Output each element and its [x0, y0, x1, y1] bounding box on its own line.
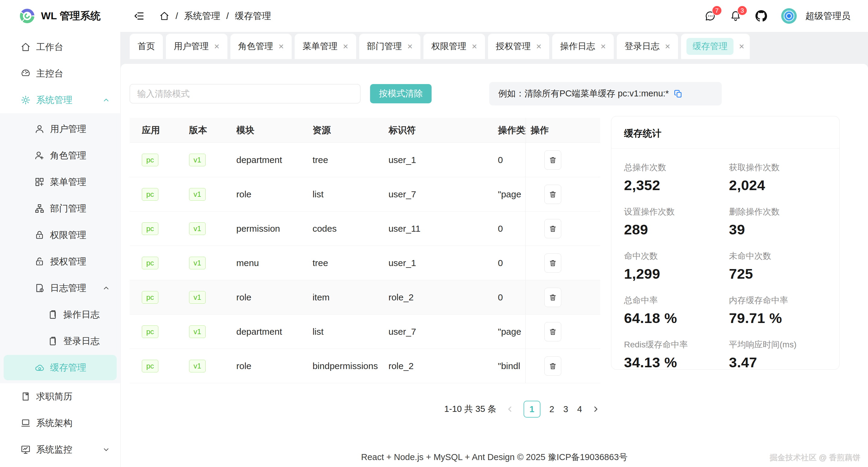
- appstore-icon: [34, 177, 44, 187]
- tab-close-icon[interactable]: ×: [536, 42, 542, 51]
- copy-icon[interactable]: [674, 89, 683, 98]
- clear-by-pattern-button[interactable]: 按模式清除: [370, 84, 432, 103]
- delete-button[interactable]: [545, 357, 561, 376]
- page-button[interactable]: 3: [563, 404, 568, 414]
- tab-menus[interactable]: 菜单管理 ×: [294, 34, 356, 59]
- sidebar-collapse-button[interactable]: [133, 10, 145, 22]
- tab-authorizations[interactable]: 授权管理 ×: [488, 34, 550, 59]
- cell-value: "page: [492, 189, 525, 199]
- tab-roles[interactable]: 角色管理 ×: [230, 34, 292, 59]
- cell-resource: list: [312, 327, 389, 337]
- trash-icon: [549, 328, 557, 336]
- tab-close-icon[interactable]: ×: [665, 42, 671, 51]
- tab-users[interactable]: 用户管理 ×: [166, 34, 227, 59]
- breadcrumb: / 系统管理 / 缓存管理: [159, 10, 271, 22]
- tab-login-logs[interactable]: 登录日志 ×: [617, 34, 678, 59]
- delete-button[interactable]: [545, 254, 561, 273]
- col-header-actions: 操作: [526, 118, 600, 142]
- system-management-submenu: 用户管理 角色管理 菜单管理 部门管理 权限管理: [0, 113, 120, 383]
- sidebar-item-architecture[interactable]: 系统架构: [0, 410, 120, 436]
- tab-permissions[interactable]: 权限管理 ×: [424, 34, 485, 59]
- sidebar-item-system-management[interactable]: 系统管理: [0, 87, 120, 113]
- notifications-button[interactable]: 3: [730, 10, 741, 22]
- cell-value: 0: [492, 258, 525, 268]
- tab-close-icon[interactable]: ×: [279, 42, 284, 51]
- app-tag: pc: [142, 222, 158, 235]
- sidebar-item-menu-management[interactable]: 菜单管理: [0, 169, 120, 195]
- github-button[interactable]: [755, 10, 767, 22]
- app-tag: pc: [142, 291, 158, 304]
- delete-button[interactable]: [545, 185, 561, 204]
- stat-redis-hit-rate: Redis缓存命中率 34.13 %: [624, 339, 722, 371]
- stat-memory-hit-rate: 内存缓存命中率 79.71 %: [729, 295, 827, 326]
- tab-close-icon[interactable]: ×: [407, 42, 413, 51]
- layout-body: 工作台 主控台 系统管理 用户管理 角色管理: [0, 32, 868, 467]
- app-logo-icon: [20, 9, 34, 23]
- page-button[interactable]: 2: [550, 404, 554, 414]
- tab-close-icon[interactable]: ×: [739, 42, 744, 51]
- sidebar-item-resume[interactable]: 求职简历: [0, 383, 120, 410]
- sidebar-item-log-management[interactable]: 日志管理: [0, 275, 120, 301]
- page-button[interactable]: 4: [577, 404, 582, 414]
- sidebar-item-login-log[interactable]: 登录日志: [0, 328, 120, 354]
- user-icon: [34, 124, 44, 134]
- pattern-example: 例如：清除所有PC端菜单缓存 pc:v1:menu:*: [489, 82, 722, 105]
- next-page-button[interactable]: [591, 405, 600, 414]
- breadcrumb-home-icon[interactable]: [159, 11, 169, 21]
- chevron-up-icon: [102, 96, 110, 104]
- page-button-current[interactable]: 1: [524, 401, 540, 418]
- username[interactable]: 超级管理员: [805, 10, 850, 22]
- cell-module: role: [236, 292, 312, 302]
- col-header-version: 版本: [189, 124, 237, 136]
- pagination: 1-10 共 35 条 1 2 3 4: [130, 401, 600, 418]
- tab-home[interactable]: 首页: [130, 34, 163, 59]
- app-root: WL 管理系统 / 系统管理 / 缓存管理 7: [0, 0, 868, 467]
- sidebar-item-permission-management[interactable]: 权限管理: [0, 222, 120, 248]
- tab-operation-logs[interactable]: 操作日志 ×: [552, 34, 614, 59]
- tab-close-icon[interactable]: ×: [472, 42, 477, 51]
- clipboard-icon: [48, 336, 58, 346]
- cell-value: "bindl: [492, 361, 525, 371]
- app-tag: pc: [142, 325, 158, 338]
- unlock-icon: [34, 257, 44, 267]
- delete-button[interactable]: [545, 322, 561, 341]
- cell-module: permission: [236, 224, 312, 234]
- sidebar-item-user-management[interactable]: 用户管理: [0, 116, 120, 142]
- sidebar-item-monitor[interactable]: 系统监控: [0, 436, 120, 463]
- pagination-total: 1-10 共 35 条: [444, 403, 496, 415]
- sidebar-item-authorization-management[interactable]: 授权管理: [0, 248, 120, 275]
- tab-close-icon[interactable]: ×: [214, 42, 220, 51]
- sidebar-item-console[interactable]: 主控台: [0, 60, 120, 87]
- stat-misses: 未命中次数 725: [729, 251, 827, 282]
- messages-button[interactable]: 7: [705, 10, 716, 22]
- cache-stats-title: 缓存统计: [611, 116, 839, 148]
- delete-button[interactable]: [545, 151, 561, 170]
- user-avatar[interactable]: [781, 8, 797, 24]
- sidebar-item-cache-management[interactable]: 缓存管理: [4, 355, 117, 380]
- sidebar-item-operation-log[interactable]: 操作日志: [0, 301, 120, 328]
- delete-button[interactable]: [545, 219, 561, 238]
- cell-module: menu: [236, 258, 312, 268]
- breadcrumb-separator: /: [176, 11, 178, 21]
- clipboard-icon: [48, 309, 58, 320]
- sidebar-item-workbench[interactable]: 工作台: [0, 34, 120, 60]
- app-tag: pc: [142, 360, 158, 372]
- file-warning-icon: [34, 283, 44, 293]
- sidebar-item-role-management[interactable]: 角色管理: [0, 142, 120, 169]
- tab-close-icon[interactable]: ×: [343, 42, 348, 51]
- sidebar-item-department-management[interactable]: 部门管理: [0, 195, 120, 222]
- cell-identifier: user_1: [389, 155, 492, 165]
- cell-identifier: role_2: [389, 361, 492, 371]
- prev-page-button[interactable]: [505, 405, 515, 414]
- chevron-up-icon: [102, 284, 110, 292]
- tab-departments[interactable]: 部门管理 ×: [359, 34, 421, 59]
- org-tree-icon: [34, 203, 44, 213]
- tab-cache[interactable]: 缓存管理 ×: [681, 34, 750, 59]
- cache-stats-card: 缓存统计 总操作次数 2,352 获取操作次数 2,024 设置操作次数 289: [611, 116, 840, 370]
- tab-close-icon[interactable]: ×: [600, 42, 606, 51]
- cache-table: 应用 版本 模块 资源 标识符 操作类型 操作 pc v1 department…: [130, 118, 600, 383]
- delete-button[interactable]: [545, 288, 561, 307]
- clear-pattern-input[interactable]: [130, 84, 361, 103]
- table-row: pc v1 department list user_7 "page: [130, 314, 600, 349]
- breadcrumb-item-system[interactable]: 系统管理: [184, 10, 220, 22]
